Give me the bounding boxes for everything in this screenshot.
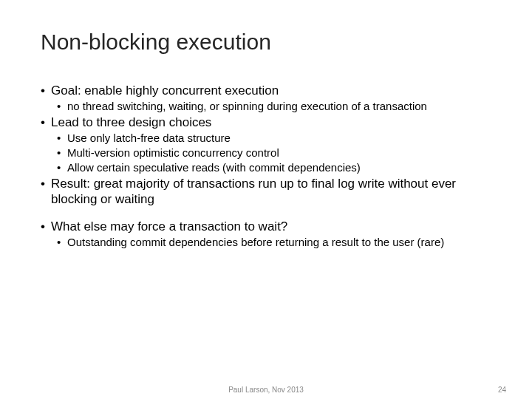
bullet-level2: • Allow certain speculative reads (with … [57,161,491,175]
bullet-text: What else may force a transaction to wai… [51,219,491,234]
bullet-level2: • Use only latch-free data structure [57,132,491,146]
bullet-level2: • Outstanding commit dependencies before… [57,236,491,250]
bullet-dot: • [57,132,67,146]
bullet-level2: • Multi-version optimistic concurrency c… [57,146,491,160]
bullet-level2: • no thread switching, waiting, or spinn… [57,100,491,114]
slide-title: Non-blocking execution [41,30,491,55]
bullet-level1: • Goal: enable highly concurrent executi… [41,83,491,98]
bullet-level1: • Result: great majority of transactions… [41,176,491,208]
bullet-text: Lead to three design choices [51,115,491,130]
bullet-text: Multi-version optimistic concurrency con… [67,146,491,160]
footer-author: Paul Larson, Nov 2013 [228,386,304,394]
bullet-text: Use only latch-free data structure [67,132,491,146]
bullet-dot: • [57,161,67,175]
slide-body: • Goal: enable highly concurrent executi… [41,83,491,250]
bullet-level1: • What else may force a transaction to w… [41,219,491,234]
bullet-text: Allow certain speculative reads (with co… [67,161,491,175]
bullet-dot: • [41,115,51,130]
bullet-text: Result: great majority of transactions r… [51,176,491,208]
bullet-level1: • Lead to three design choices [41,115,491,130]
bullet-text: no thread switching, waiting, or spinnin… [67,100,491,114]
bullet-dot: • [41,219,51,234]
bullet-dot: • [41,176,51,208]
footer-page-number: 24 [498,386,506,394]
bullet-dot: • [57,236,67,250]
bullet-text: Outstanding commit dependencies before r… [67,236,491,250]
bullet-dot: • [41,83,51,98]
bullet-dot: • [57,100,67,114]
bullet-dot: • [57,146,67,160]
bullet-text: Goal: enable highly concurrent execution [51,83,491,98]
